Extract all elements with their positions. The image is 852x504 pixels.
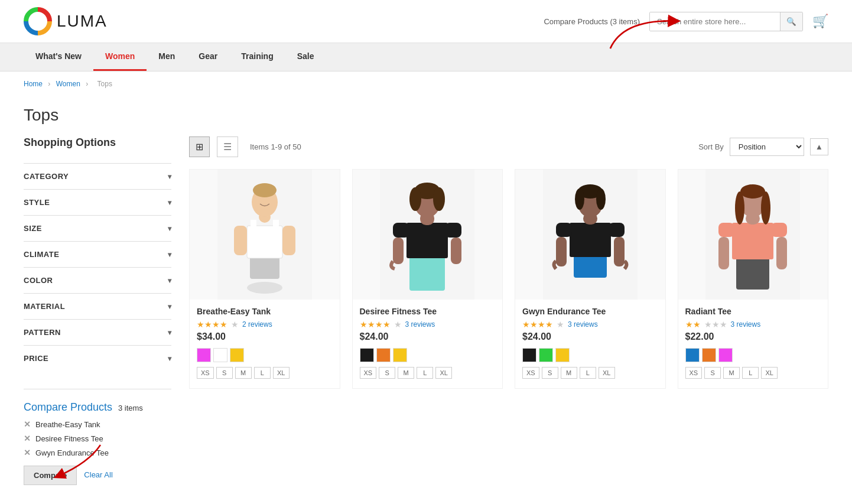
size-option-m[interactable]: M [561, 367, 577, 379]
grid-view-button[interactable]: ⊞ [189, 136, 210, 157]
search-input[interactable] [650, 12, 780, 31]
compare-remove-icon[interactable]: ✕ [24, 448, 31, 457]
compare-item: ✕ Gwyn Endurance Tee [24, 448, 171, 457]
reviews-count[interactable]: 3 reviews [568, 320, 598, 329]
size-option-s[interactable]: S [379, 367, 395, 379]
compare-item: ✕ Breathe-Easy Tank [24, 420, 171, 429]
size-option-xs[interactable]: XS [197, 367, 214, 379]
svg-rect-25 [574, 255, 607, 278]
cart-icon[interactable]: 🛒 [812, 14, 828, 29]
size-option-l[interactable]: L [742, 367, 759, 379]
page-title: Tops [0, 96, 852, 136]
sort-select[interactable]: Position Product Name Price [730, 138, 804, 156]
nav-item-men[interactable]: Men [147, 43, 187, 71]
svg-point-9 [253, 183, 277, 197]
color-swatch[interactable] [718, 348, 733, 362]
product-image[interactable] [190, 170, 340, 300]
size-option-xl[interactable]: XL [435, 367, 452, 379]
svg-point-21 [433, 187, 445, 211]
compare-button[interactable]: Compare [24, 466, 77, 485]
size-option-xs[interactable]: XS [360, 367, 377, 379]
size-option-xl[interactable]: XL [761, 367, 778, 379]
breadcrumb-home[interactable]: Home [24, 80, 43, 88]
reviews-count[interactable]: 3 reviews [405, 320, 435, 329]
color-swatch[interactable] [702, 348, 716, 362]
size-options: XS S M L XL [190, 367, 340, 379]
size-option-xl[interactable]: XL [599, 367, 615, 379]
product-price: $22.00 [685, 331, 821, 342]
logo[interactable]: LUMA [24, 7, 108, 35]
main-nav: What's New Women Men Gear Training Sale [0, 43, 852, 71]
svg-rect-23 [451, 238, 461, 264]
size-option-s[interactable]: S [542, 367, 558, 379]
nav-item-sale[interactable]: Sale [285, 43, 326, 71]
search-button[interactable]: 🔍 [780, 12, 802, 31]
list-view-button[interactable]: ☰ [217, 136, 238, 157]
clear-all-link[interactable]: Clear All [84, 466, 112, 485]
size-option-l[interactable]: L [254, 367, 271, 379]
sort-direction-button[interactable]: ▲ [810, 138, 828, 155]
svg-rect-3 [250, 255, 279, 279]
filter-color-header[interactable]: COLOR ▾ [24, 268, 171, 293]
filter-pattern-header[interactable]: PATTERN ▾ [24, 320, 171, 345]
color-swatch[interactable] [555, 348, 570, 362]
compare-sidebar-count: 3 items [118, 404, 143, 412]
filter-category-header[interactable]: CATEGORY ▾ [24, 164, 171, 189]
size-option-xl[interactable]: XL [273, 367, 290, 379]
filter-size-header[interactable]: SIZE ▾ [24, 216, 171, 241]
rating-stars: ★★★★ [522, 320, 553, 329]
svg-rect-16 [445, 223, 461, 238]
size-option-m[interactable]: M [723, 367, 740, 379]
nav-item-women[interactable]: Women [93, 43, 147, 71]
color-swatch[interactable] [376, 348, 391, 362]
product-image[interactable] [515, 170, 665, 300]
color-swatch[interactable] [230, 348, 244, 362]
product-rating: ★★★★★ 3 reviews [685, 320, 821, 329]
nav-item-whats-new[interactable]: What's New [24, 43, 93, 71]
product-rating: ★★★★★ 3 reviews [522, 320, 658, 329]
reviews-count[interactable]: 3 reviews [731, 320, 761, 329]
size-option-s[interactable]: S [704, 367, 721, 379]
svg-rect-27 [556, 223, 572, 237]
product-name[interactable]: Gwyn Endurance Tee [522, 307, 658, 316]
size-option-s[interactable]: S [216, 367, 233, 379]
color-swatch[interactable] [360, 348, 374, 362]
product-name[interactable]: Radiant Tee [685, 307, 821, 316]
product-image-svg [380, 170, 474, 300]
size-option-l[interactable]: L [417, 367, 433, 379]
search-bar: 🔍 [649, 12, 803, 31]
nav-item-training[interactable]: Training [229, 43, 285, 71]
color-swatch[interactable] [539, 348, 553, 362]
svg-point-44 [735, 191, 744, 225]
color-swatch[interactable] [393, 348, 407, 362]
compare-items-list: ✕ Breathe-Easy Tank ✕ Desiree Fitness Te… [24, 420, 171, 457]
color-swatch[interactable] [197, 348, 211, 362]
filter-climate-header[interactable]: CLIMATE ▾ [24, 242, 171, 267]
color-swatch[interactable] [213, 348, 227, 362]
compare-sidebar: Compare Products 3 items ✕ Breathe-Easy … [24, 389, 171, 485]
filter-material-header[interactable]: MATERIAL ▾ [24, 294, 171, 319]
product-grid: Breathe-Easy Tank ★★★★★ 2 reviews $34.00… [189, 169, 828, 389]
size-option-m[interactable]: M [398, 367, 414, 379]
compare-products-header[interactable]: Compare Products (3 items) [544, 17, 640, 26]
product-name[interactable]: Desiree Fitness Tee [360, 307, 496, 316]
nav-item-gear[interactable]: Gear [187, 43, 229, 71]
color-swatch[interactable] [522, 348, 536, 362]
filter-style-header[interactable]: STYLE ▾ [24, 190, 171, 215]
product-image[interactable] [678, 170, 828, 300]
product-name[interactable]: Breathe-Easy Tank [197, 307, 333, 316]
size-option-l[interactable]: L [580, 367, 596, 379]
filter-price-header[interactable]: PRICE ▾ [24, 346, 171, 371]
size-option-m[interactable]: M [235, 367, 252, 379]
size-option-xs[interactable]: XS [685, 367, 703, 379]
svg-rect-39 [718, 223, 734, 237]
size-option-xs[interactable]: XS [522, 367, 539, 379]
product-info: Radiant Tee ★★★★★ 3 reviews $22.00 [678, 300, 828, 342]
svg-rect-34 [556, 237, 567, 266]
reviews-count[interactable]: 2 reviews [242, 320, 272, 329]
color-swatch[interactable] [685, 348, 700, 362]
breadcrumb-women[interactable]: Women [56, 80, 80, 88]
product-image[interactable] [353, 170, 503, 300]
compare-remove-icon[interactable]: ✕ [24, 434, 31, 443]
compare-remove-icon[interactable]: ✕ [24, 420, 31, 429]
